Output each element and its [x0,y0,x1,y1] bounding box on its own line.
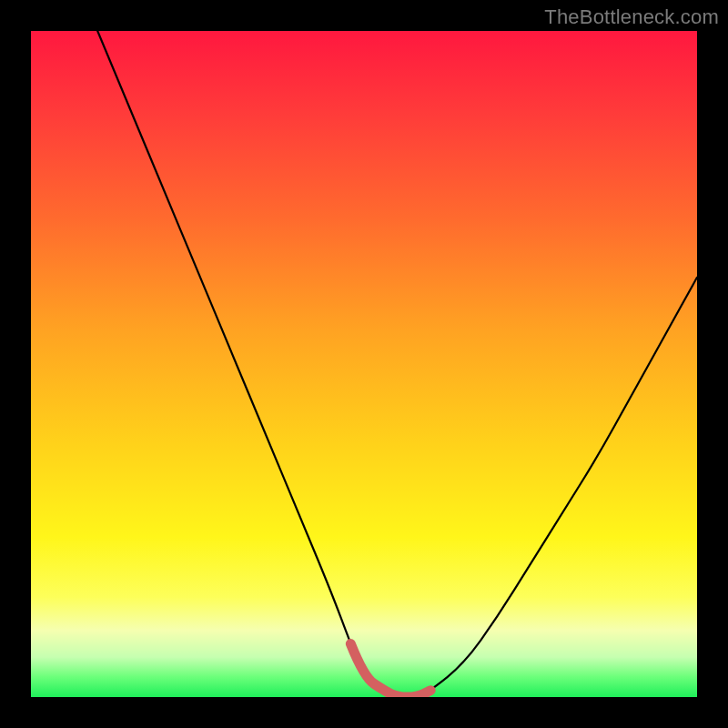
watermark-text: TheBottleneck.com [544,5,719,29]
curve-layer [31,31,697,697]
chart-frame: TheBottleneck.com [0,0,728,728]
bottleneck-curve [97,31,697,697]
optimal-range-marker [350,643,430,697]
plot-area [31,31,697,697]
